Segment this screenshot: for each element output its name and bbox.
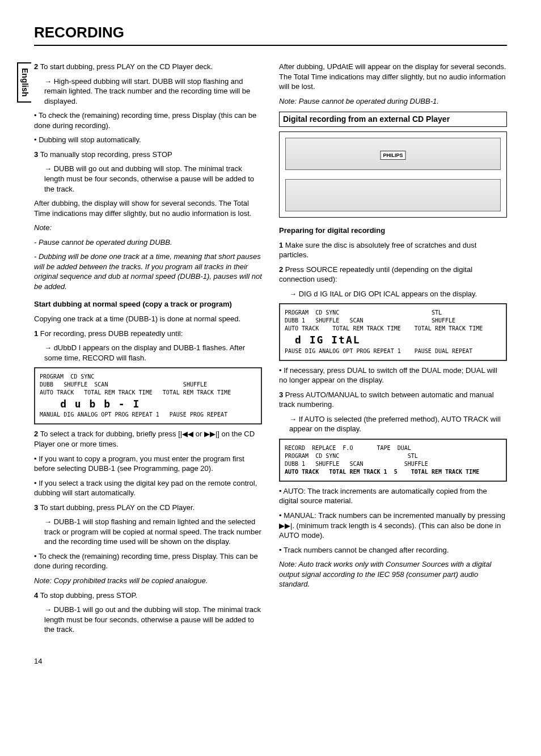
step-text: Make sure the disc is absolutely free of… — [279, 241, 476, 260]
step-text: To manually stop recording, press STOP — [40, 150, 172, 159]
step-text: To select a track for dubbing, briefly p… — [34, 430, 255, 448]
result-text: dUbbD I appears on the display and DUBB-… — [44, 343, 262, 363]
step-num: 1 — [279, 241, 283, 249]
result-text: DUBB will go out and dubbing will stop. … — [44, 164, 262, 194]
bullet-text: If you want to copy a program, you must … — [34, 454, 262, 474]
note-text: Dubbing will be done one track at a time… — [34, 252, 262, 291]
result-text: DUBB-1 will stop flashing and remain lig… — [44, 517, 262, 547]
left-column: 2 To start dubbing, press PLAY on the CD… — [34, 57, 262, 639]
lcd-display: RECORD REPLACE F.O TAPE DUAL PROGRAM CD … — [279, 439, 507, 482]
note-text: Note: Auto track works only with Consume… — [279, 559, 507, 589]
step-num: 3 — [34, 150, 38, 159]
result-text: High-speed dubbing will start. DUBB will… — [44, 77, 262, 107]
note-text: Note: Copy prohibited tracks will be cop… — [34, 576, 262, 586]
step-text: To start dubbing, press PLAY on the CD P… — [40, 503, 195, 512]
result-text: If AUTO is selected (the preferred metho… — [289, 414, 507, 434]
language-tab: English — [17, 62, 31, 103]
page-number: 14 — [34, 656, 507, 666]
bullet-text: MANUAL: Track numbers can be incremented… — [279, 511, 507, 541]
section-heading: Start dubbing at normal speed (copy a tr… — [34, 299, 262, 309]
section-box-heading: Digital recording from an external CD Pl… — [279, 112, 507, 127]
bullet-text: To check the (remaining) recording time,… — [34, 111, 262, 130]
step-text: Press SOURCE repeatedly until (depending… — [279, 265, 472, 284]
bullet-text: Track numbers cannot be changed after re… — [279, 545, 507, 555]
step-num: 3 — [34, 503, 38, 512]
subsection-heading: Preparing for digital recording — [279, 226, 507, 236]
paragraph: Copying one track at a time (DUBB-1) is … — [34, 314, 262, 324]
step-num: 2 — [34, 430, 38, 438]
step-num: 4 — [34, 591, 38, 600]
paragraph: After dubbing, the display will show for… — [34, 198, 262, 218]
note-text: Pause cannot be operated during DUBB. — [34, 237, 262, 248]
lcd-display: PROGRAM CD SYNC DUBB SHUFFLE SCAN SHUFFL… — [34, 367, 262, 424]
right-column: After dubbing, UPdAtE will appear on the… — [279, 57, 507, 639]
page-title: RECORDING — [34, 23, 507, 46]
brand-label: PHILIPS — [380, 151, 405, 160]
result-text: DUBB-1 will go out and the dubbing will … — [44, 605, 262, 635]
bullet-text: AUTO: The track increments are automatic… — [279, 486, 507, 506]
step-num: 2 — [34, 62, 38, 71]
bullet-text: Dubbing will stop automatically. — [34, 135, 262, 145]
paragraph: After dubbing, UPdAtE will appear on the… — [279, 62, 507, 92]
result-text: DIG d IG ItAL or DIG OPt ICAL appears on… — [289, 289, 507, 299]
device-illustration: PHILIPS — [279, 131, 507, 218]
bullet-text: If you select a track using the digital … — [34, 478, 262, 498]
note-text: Note: Pause cannot be operated during DU… — [279, 96, 507, 107]
step-text: To stop dubbing, press STOP. — [40, 591, 138, 600]
step-num: 2 — [279, 265, 283, 274]
step-num: 1 — [34, 329, 38, 338]
note-heading: Note: — [34, 223, 262, 233]
step-num: 3 — [279, 390, 283, 399]
step-text: Press AUTO/MANUAL to switch between auto… — [279, 390, 494, 409]
step-text: For recording, press DUBB repeatedly unt… — [40, 329, 183, 338]
bullet-text: To check the (remaining) recording time,… — [34, 551, 262, 571]
lcd-display: PROGRAM CD SYNC STL DUBB 1 SHUFFLE SCAN … — [279, 303, 507, 360]
step-text: To start dubbing, press PLAY on the CD P… — [40, 62, 213, 71]
bullet-text: If necessary, press DUAL to switch off t… — [279, 366, 507, 385]
